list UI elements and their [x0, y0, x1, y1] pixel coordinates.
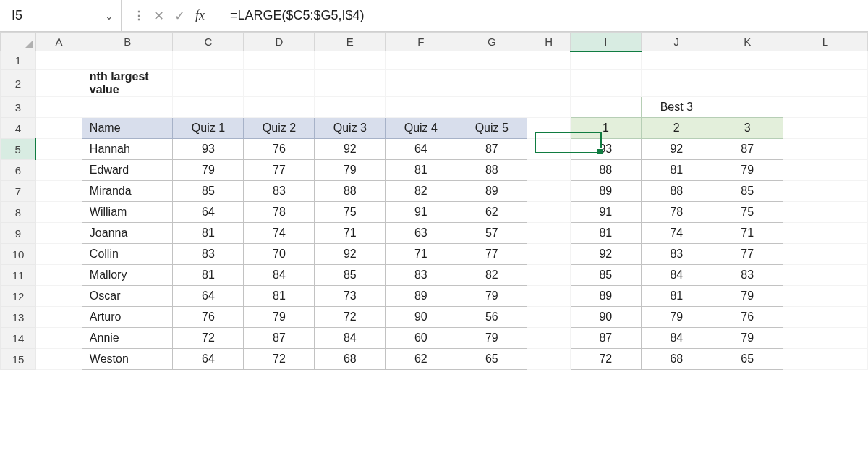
col-header-J[interactable]: J — [641, 33, 712, 51]
table-row-value[interactable]: 79 — [244, 307, 315, 328]
best3-value[interactable]: 79 — [712, 328, 783, 349]
col-header-I[interactable]: I — [570, 33, 641, 51]
table-row-value[interactable]: 62 — [386, 349, 456, 370]
best3-value[interactable]: 88 — [570, 160, 641, 181]
drag-handle-icon[interactable]: ⋮ — [133, 9, 143, 22]
cell-J2[interactable] — [641, 70, 712, 97]
best3-value[interactable]: 65 — [712, 349, 783, 370]
cell-A14[interactable] — [35, 328, 82, 349]
cell-H9[interactable] — [527, 223, 571, 244]
table-row-value[interactable]: 93 — [173, 139, 244, 160]
row-header-7[interactable]: 7 — [1, 181, 36, 202]
cell-A2[interactable] — [35, 70, 82, 97]
table-row-value[interactable]: 79 — [456, 328, 527, 349]
table-row-value[interactable]: 84 — [315, 328, 386, 349]
row-header-15[interactable]: 15 — [1, 349, 36, 370]
accept-icon[interactable]: ✓ — [174, 8, 185, 24]
table-row-name[interactable]: Edward — [82, 160, 173, 181]
cell-L1[interactable] — [783, 51, 867, 70]
table-header[interactable]: Quiz 5 — [456, 118, 527, 139]
table-header[interactable]: Quiz 2 — [244, 118, 315, 139]
table-row-value[interactable]: 72 — [315, 307, 386, 328]
best3-value[interactable]: 85 — [570, 265, 641, 286]
table-row-value[interactable]: 65 — [456, 349, 527, 370]
cell-H13[interactable] — [527, 307, 571, 328]
cell-A8[interactable] — [35, 202, 82, 223]
row-header-12[interactable]: 12 — [1, 286, 36, 307]
best3-value[interactable]: 83 — [641, 244, 712, 265]
best3-value[interactable]: 92 — [641, 139, 712, 160]
table-row-value[interactable]: 81 — [244, 286, 315, 307]
best3-value[interactable]: 79 — [712, 160, 783, 181]
table-header[interactable]: Name — [82, 118, 173, 139]
table-row-value[interactable]: 81 — [173, 223, 244, 244]
table-row-value[interactable]: 85 — [315, 265, 386, 286]
cell-A5[interactable] — [35, 139, 82, 160]
table-row-value[interactable]: 85 — [173, 181, 244, 202]
cell-D2[interactable] — [244, 70, 315, 97]
table-row-value[interactable]: 76 — [244, 139, 315, 160]
table-row-name[interactable]: Joanna — [82, 223, 173, 244]
row-header-9[interactable]: 9 — [1, 223, 36, 244]
cell-L9[interactable] — [783, 223, 867, 244]
table-row-value[interactable]: 64 — [173, 202, 244, 223]
best3-value[interactable]: 87 — [570, 328, 641, 349]
table-row-value[interactable]: 77 — [244, 160, 315, 181]
cell-A3[interactable] — [35, 97, 82, 118]
cell-A1[interactable] — [35, 51, 82, 70]
best3-value[interactable]: 77 — [712, 244, 783, 265]
cell-L8[interactable] — [783, 202, 867, 223]
cell-E1[interactable] — [315, 51, 386, 70]
best3-value[interactable]: 87 — [712, 139, 783, 160]
cell-F2[interactable] — [386, 70, 456, 97]
cell-A4[interactable] — [35, 118, 82, 139]
best3-subheader[interactable]: 3 — [712, 118, 783, 139]
best3-value[interactable]: 85 — [712, 181, 783, 202]
col-header-K[interactable]: K — [712, 33, 783, 51]
cell-L6[interactable] — [783, 160, 867, 181]
table-row-value[interactable]: 73 — [315, 286, 386, 307]
cell-A7[interactable] — [35, 181, 82, 202]
table-row-value[interactable]: 90 — [386, 307, 456, 328]
table-row-value[interactable]: 81 — [173, 265, 244, 286]
col-header-D[interactable]: D — [244, 33, 315, 51]
best3-value[interactable]: 92 — [570, 244, 641, 265]
col-header-H[interactable]: H — [527, 33, 571, 51]
cell-K1[interactable] — [712, 51, 783, 70]
cell-G2[interactable] — [456, 70, 527, 97]
table-header[interactable]: Quiz 1 — [173, 118, 244, 139]
best3-value[interactable]: 91 — [570, 202, 641, 223]
col-header-B[interactable]: B — [82, 33, 173, 51]
table-row-value[interactable]: 71 — [386, 244, 456, 265]
table-row-value[interactable]: 78 — [244, 202, 315, 223]
table-row-value[interactable]: 74 — [244, 223, 315, 244]
table-row-value[interactable]: 81 — [386, 160, 456, 181]
cell-I1[interactable] — [570, 51, 641, 70]
cell-K2[interactable] — [712, 70, 783, 97]
name-box[interactable]: I5 ⌄ — [0, 0, 122, 31]
best3-value[interactable]: 68 — [641, 349, 712, 370]
table-row-value[interactable]: 77 — [456, 244, 527, 265]
row-header-5[interactable]: 5 — [1, 139, 36, 160]
row-header-11[interactable]: 11 — [1, 265, 36, 286]
fx-icon[interactable]: fx — [195, 8, 205, 23]
table-row-name[interactable]: Weston — [82, 349, 173, 370]
cell-L4[interactable] — [783, 118, 867, 139]
cell-H8[interactable] — [527, 202, 571, 223]
cell-H14[interactable] — [527, 328, 571, 349]
table-row-value[interactable]: 88 — [456, 160, 527, 181]
cell-A12[interactable] — [35, 286, 82, 307]
cell-B1[interactable] — [82, 51, 173, 70]
row-header-1[interactable]: 1 — [1, 51, 36, 70]
best3-value[interactable]: 81 — [641, 286, 712, 307]
cell-B3[interactable] — [82, 97, 173, 118]
cell-H7[interactable] — [527, 181, 571, 202]
table-header[interactable]: Quiz 4 — [386, 118, 456, 139]
cell-H2[interactable] — [527, 70, 571, 97]
best3-subheader[interactable]: 1 — [570, 118, 641, 139]
best3-value[interactable]: 78 — [641, 202, 712, 223]
table-row-value[interactable]: 68 — [315, 349, 386, 370]
table-row-value[interactable]: 82 — [386, 181, 456, 202]
table-row-value[interactable]: 72 — [244, 349, 315, 370]
table-row-value[interactable]: 91 — [386, 202, 456, 223]
